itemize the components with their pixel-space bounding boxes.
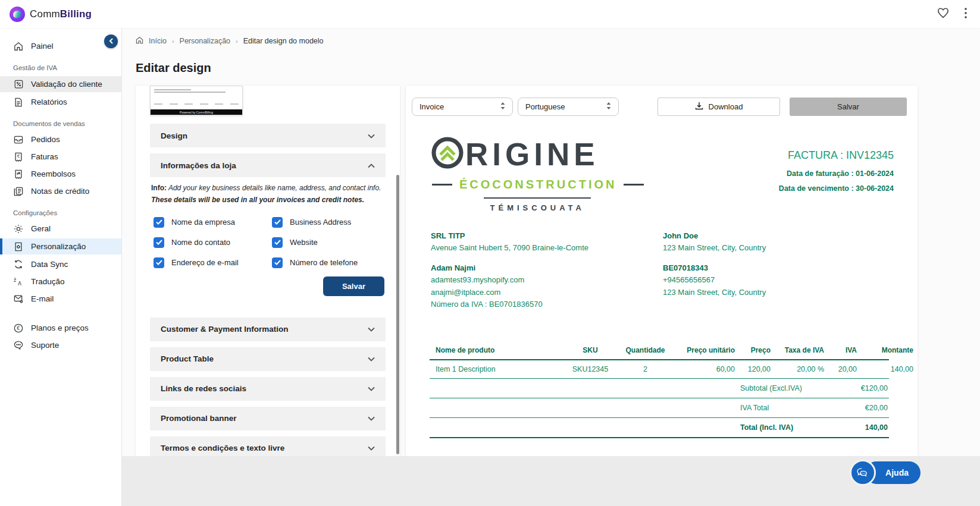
chevron-down-icon xyxy=(368,325,375,334)
buyer-address-2: 123 Main Street, City, Country xyxy=(663,287,766,298)
sidebar-item-pedidos[interactable]: Pedidos xyxy=(0,132,121,147)
language-select[interactable]: Portuguese xyxy=(518,98,619,116)
checkbox-checked-icon xyxy=(272,257,283,268)
checkbox-nome-da-empresa[interactable]: Nome da empresa xyxy=(154,217,266,228)
breadcrumb-separator: › xyxy=(236,37,238,45)
pricing-icon: € xyxy=(13,323,24,333)
preview-toolbar: Invoice Portuguese Download Salvar xyxy=(412,98,907,116)
sync-icon xyxy=(13,260,24,269)
logo-tagline: TÉMISCOUATA xyxy=(431,203,644,212)
svg-text:ž: ž xyxy=(14,278,16,283)
invoice-table-header: Nome de produto SKU Quantidade Preço uni… xyxy=(430,341,889,360)
document-type-select[interactable]: Invoice xyxy=(412,98,513,116)
seller-website: adamtest93.myshopify.com xyxy=(431,274,663,286)
sidebar-item-faturas[interactable]: € Faturas xyxy=(0,149,121,164)
refund-icon xyxy=(13,169,24,179)
sidebar-item-label: Tradução xyxy=(31,277,65,286)
sidebar-item-geral[interactable]: Geral xyxy=(0,221,121,236)
panel-scrollbar[interactable] xyxy=(396,175,399,454)
preview-save-button[interactable]: Salvar xyxy=(790,98,907,116)
accordion-product-table[interactable]: Product Table xyxy=(150,347,386,371)
checkbox-numero-telefone[interactable]: Número de telefone xyxy=(272,257,384,268)
sidebar-item-traducao[interactable]: žA Tradução xyxy=(0,274,121,289)
chevron-down-icon xyxy=(368,414,375,423)
download-button[interactable]: Download xyxy=(657,98,780,116)
invoice-iva-row: IVA Total €20,00 xyxy=(430,398,889,418)
breadcrumb-home-icon[interactable] xyxy=(136,36,143,46)
seller-address: Avenue Saint Hubert 5, 7090 Braine-le-Co… xyxy=(431,242,663,254)
breadcrumb-personalizacao[interactable]: Personalização xyxy=(180,37,230,45)
seller-contact: Adam Najmi xyxy=(431,262,663,274)
sidebar-item-label: Relatórios xyxy=(31,98,67,106)
invoice-preview: RIGINE ÉCOCONSTRUCTION TÉMISCOUATA FACTU… xyxy=(412,116,907,438)
sidebar-item-data-sync[interactable]: Data Sync xyxy=(0,257,121,272)
download-icon xyxy=(695,102,703,112)
svg-text:€: € xyxy=(17,325,20,331)
sidebar-item-notas-credito[interactable]: Notas de crédito xyxy=(0,184,121,199)
sidebar-item-label: Painel xyxy=(31,42,54,51)
gear-icon xyxy=(13,224,24,234)
sidebar-item-label: Data Sync xyxy=(31,260,68,269)
sidebar-item-suporte[interactable]: Suporte xyxy=(0,338,121,353)
subtotal-value: €120,00 xyxy=(832,379,889,398)
sidebar: Painel Gestão de IVA Validação do client… xyxy=(0,28,122,506)
accordion-store-info[interactable]: Informações da loja xyxy=(150,153,386,177)
checkbox-website[interactable]: Website xyxy=(272,237,384,248)
sidebar-item-label: Notas de crédito xyxy=(31,187,89,196)
invoice-subtotal-row: Subtotal (Excl.IVA) €120,00 xyxy=(430,379,889,398)
sidebar-section-gestao-iva: Gestão de IVA xyxy=(0,56,121,74)
chevron-down-icon xyxy=(368,384,375,393)
brand-logo[interactable]: CommBilling xyxy=(10,7,92,22)
checkbox-checked-icon xyxy=(272,217,283,228)
checkbox-checked-icon xyxy=(154,217,164,228)
heart-icon xyxy=(937,8,949,20)
chevron-down-icon xyxy=(368,131,375,140)
chevron-up-icon xyxy=(368,161,375,170)
accordion-customer-payment[interactable]: Customer & Payment Information xyxy=(150,318,386,341)
report-icon xyxy=(13,98,24,107)
checkbox-endereco-email[interactable]: Endereço de e-mail xyxy=(154,257,266,268)
sidebar-item-planos-precos[interactable]: € Planos e preços xyxy=(0,320,121,335)
sidebar-item-validacao-cliente[interactable]: Validação do cliente xyxy=(0,76,121,92)
buyer-phone: +94565656567 xyxy=(663,274,766,286)
checkbox-nome-do-contato[interactable]: Nome do contato xyxy=(154,237,266,248)
invoice-icon: € xyxy=(13,152,24,162)
more-options-button[interactable] xyxy=(965,8,967,20)
store-info-help-text: Info: Add your key business details like… xyxy=(151,182,384,194)
sidebar-item-label: E-mail xyxy=(31,294,54,303)
help-button[interactable]: Ajuda xyxy=(865,461,920,484)
chevron-down-icon xyxy=(368,354,375,363)
percent-icon xyxy=(13,80,24,89)
store-info-save-button[interactable]: Salvar xyxy=(323,276,384,296)
checkbox-business-address[interactable]: Business Address xyxy=(272,217,384,228)
accordion-promo-banner[interactable]: Promotional banner xyxy=(150,407,386,430)
sidebar-item-relatorios[interactable]: Relatórios xyxy=(0,95,121,109)
orders-icon xyxy=(13,136,24,144)
sidebar-item-label: Geral xyxy=(31,224,51,233)
store-info-help-text-2: These details will be used in all your i… xyxy=(151,194,384,206)
thumbnail-powered-by: Powered by CommBilling xyxy=(151,109,242,115)
invoice-due-date: Data de vencimento : 30-06-2024 xyxy=(779,184,894,193)
grand-total-label: Total (Incl. IVA) xyxy=(739,418,832,437)
seller-company: SRL TITP xyxy=(431,230,663,242)
seller-vat: Número da IVA : BE0701836570 xyxy=(431,298,663,310)
home-icon xyxy=(13,42,24,51)
breadcrumb-inicio[interactable]: Início xyxy=(149,37,167,45)
sidebar-item-painel[interactable]: Painel xyxy=(0,39,121,54)
sidebar-item-email[interactable]: E-mail xyxy=(0,291,121,306)
accordion-design[interactable]: Design xyxy=(150,124,386,147)
subtotal-label: Subtotal (Excl.IVA) xyxy=(739,379,832,398)
sidebar-item-label: Personalização xyxy=(31,242,86,251)
logo-word: RIGINE xyxy=(465,139,599,170)
select-stepper-icon xyxy=(500,102,505,111)
sidebar-item-label: Faturas xyxy=(31,152,58,161)
company-logo: RIGINE ÉCOCONSTRUCTION TÉMISCOUATA xyxy=(431,136,644,212)
favorite-button[interactable] xyxy=(937,8,949,20)
sidebar-item-reembolsos[interactable]: Reembolsos xyxy=(0,166,121,181)
template-thumbnail[interactable]: Powered by CommBilling xyxy=(150,86,243,115)
page-title: Editar design xyxy=(136,61,980,75)
accordion-terms[interactable]: Termos e condições e texto livre xyxy=(150,436,386,457)
accordion-social-links[interactable]: Links de redes sociais xyxy=(150,377,386,401)
sidebar-item-personalizacao[interactable]: Personalização xyxy=(0,238,121,254)
seller-email: anajmi@itplace.com xyxy=(431,287,663,298)
